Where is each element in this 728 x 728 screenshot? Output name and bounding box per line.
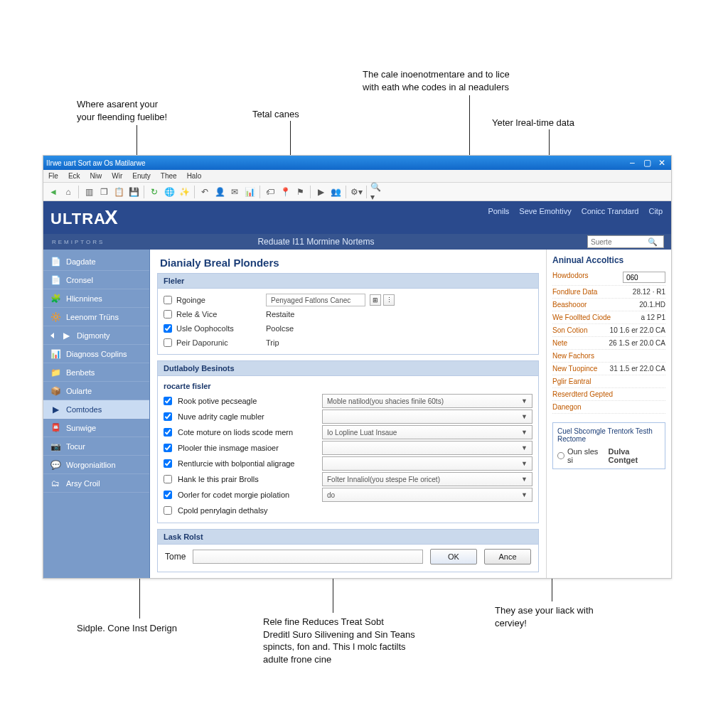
sidebar-item-5[interactable]: 📊Diagnoss Coplins	[43, 345, 149, 363]
stat-input[interactable]	[623, 272, 665, 283]
brand-link-1[interactable]: Seve Emohtivy	[519, 207, 571, 215]
flag-icon[interactable]: ⚑	[293, 185, 307, 199]
sidebar-item-2[interactable]: 🧩Hlicnnines	[43, 289, 149, 308]
menu-thee[interactable]: Thee	[156, 172, 182, 180]
sidebar-item-1[interactable]: 📄Cronsel	[43, 271, 149, 289]
option-dropdown[interactable]: Moble natilod(you shacies finile 60ts)▼	[322, 394, 532, 408]
home-icon[interactable]: ⌂	[61, 185, 75, 199]
option-dropdown[interactable]: ▼	[322, 456, 532, 471]
option-dropdown[interactable]: ▼	[322, 410, 532, 424]
paste-icon[interactable]: 📋	[112, 185, 126, 199]
option-label: Hank Ie this prair Brolls	[178, 475, 316, 483]
sidebar-icon: ▶	[61, 331, 71, 341]
filter-checkbox[interactable]	[164, 310, 172, 318]
stat-row: Fondlure Data28.12 · R1	[552, 286, 665, 299]
back-icon[interactable]: ◄	[46, 185, 60, 199]
tag-icon[interactable]: 🏷	[263, 185, 277, 199]
user-icon[interactable]: 👤	[213, 185, 227, 199]
save-icon[interactable]: 💾	[127, 185, 141, 199]
minimize-button[interactable]: –	[626, 158, 638, 168]
filter-input[interactable]: Penyaged Fatlons Canec	[266, 294, 365, 306]
sidebar-icon: 📄	[50, 257, 60, 267]
chart-icon[interactable]: 📊	[242, 185, 257, 199]
mail-icon[interactable]: ✉	[228, 185, 242, 199]
option-label: Cpold penrylagin dethalsy	[178, 506, 316, 515]
chevron-down-icon: ▼	[521, 429, 528, 436]
stat-row: Beashooor20.1.HD	[552, 299, 665, 311]
option-dropdown[interactable]: Folter Innaliol(you stespe Fle oricet)▼	[322, 472, 532, 486]
sidebar-item-4[interactable]: ▶Digmonty	[43, 326, 149, 345]
brand-links: Ponils Seve Emohtivy Conicc Trandard Cit…	[488, 207, 663, 215]
option-checkbox[interactable]	[164, 506, 172, 515]
option-checkbox[interactable]	[164, 459, 172, 468]
ance-button[interactable]: Ance	[484, 549, 531, 564]
undo-icon[interactable]: ↶	[198, 185, 212, 199]
callout-3: The cale inoenotmentare and to licewith …	[363, 68, 576, 93]
menu-wir[interactable]: Wir	[107, 172, 127, 180]
option-dropdown[interactable]: ▼	[322, 441, 532, 455]
promo-action[interactable]: Oun sles si Dulva Contget	[557, 447, 660, 464]
option-row: Cote moture on liods scode mernIo Loplin…	[164, 424, 532, 440]
brand-link-0[interactable]: Ponils	[488, 207, 509, 215]
sidebar-item-3[interactable]: 🔆Leenomr Trüns	[43, 308, 149, 326]
lask-input[interactable]	[193, 550, 423, 564]
settings-icon[interactable]: ⚙▾	[349, 185, 363, 199]
doc-icon[interactable]: ▥	[82, 185, 96, 199]
sidebar-item-6[interactable]: 📁Benbets	[43, 363, 149, 382]
option-row: Plooler thie insmage masioer▼	[164, 440, 532, 456]
close-button[interactable]: ✕	[655, 158, 668, 168]
search-icon[interactable]: 🔍▾	[370, 185, 384, 199]
stat-value: 31 1.5 er 22.0 CA	[610, 365, 665, 373]
option-row: Oorler for codet morgie piolationdo▼	[164, 487, 532, 503]
option-label: Cote moture on liods scode mern	[178, 428, 316, 437]
globe-icon[interactable]: 🌐	[162, 185, 176, 199]
mini-button[interactable]: ⋮	[383, 294, 395, 306]
filter-checkbox[interactable]	[164, 324, 172, 333]
stat-value: a 12 P1	[641, 314, 665, 321]
sidebar-item-11[interactable]: 💬Worgoniaitlion	[43, 456, 149, 474]
sidebar-item-7[interactable]: 📦Oularte	[43, 382, 149, 400]
menu-edit[interactable]: Eck	[63, 172, 85, 180]
group-icon[interactable]: 👥	[328, 185, 343, 199]
option-dropdown[interactable]: do▼	[322, 488, 532, 502]
sidebar-item-9[interactable]: 📮Sunwige	[43, 419, 149, 437]
option-dropdown[interactable]: Io Lopline Luat Insaue▼	[322, 425, 532, 439]
search-input[interactable]	[591, 238, 648, 246]
option-checkbox[interactable]	[164, 444, 172, 452]
sidebar-item-12[interactable]: 🗂Arsy Croil	[43, 474, 149, 493]
sidebar-item-10[interactable]: 📷Tocur	[43, 437, 149, 456]
brand-link-2[interactable]: Conicc Trandard	[582, 207, 639, 215]
tools-icon[interactable]: ✨	[177, 185, 191, 199]
menu-file[interactable]: Fle	[43, 172, 63, 180]
sidebar-item-0[interactable]: 📄Dagdate	[43, 252, 149, 271]
stat-row: Danegon	[552, 401, 665, 414]
refresh-icon[interactable]: ↻	[147, 185, 161, 199]
brand-link-3[interactable]: Citp	[648, 207, 663, 215]
option-checkbox[interactable]	[164, 428, 172, 437]
search-box[interactable]: 🔍	[587, 235, 664, 248]
filter-checkbox[interactable]	[164, 338, 172, 347]
sidebar-label: Cronsel	[66, 276, 93, 284]
play-icon[interactable]: ▶	[314, 185, 328, 199]
menu-help[interactable]: Halo	[182, 172, 207, 180]
menu-enuty[interactable]: Enuty	[127, 172, 156, 180]
ok-button[interactable]: OK	[430, 549, 477, 564]
option-checkbox[interactable]	[164, 397, 172, 405]
pin-icon[interactable]: 📍	[278, 185, 292, 199]
sub-brand-bar: REMIPTORS Reduate I11 Mormine Nortems 🔍	[43, 234, 671, 250]
sidebar-icon: 📷	[50, 441, 60, 451]
copy-icon[interactable]: ❐	[97, 185, 111, 199]
chevron-down-icon: ▼	[521, 444, 528, 451]
option-checkbox[interactable]	[164, 412, 172, 421]
mini-button[interactable]: ⊞	[370, 294, 381, 306]
option-checkbox[interactable]	[164, 491, 172, 499]
chevron-icon	[50, 333, 54, 338]
menu-new[interactable]: Niw	[85, 172, 107, 180]
search-go-icon[interactable]: 🔍	[648, 237, 658, 247]
filter-checkbox[interactable]	[164, 296, 172, 304]
option-label: Rentlurcie with bolpontial aligrage	[178, 459, 316, 468]
maximize-button[interactable]: ▢	[641, 158, 653, 168]
sidebar-item-8[interactable]: ▶Comtodes	[43, 400, 149, 419]
sidebar-label: Leenomr Trüns	[66, 313, 119, 321]
option-checkbox[interactable]	[164, 475, 172, 483]
